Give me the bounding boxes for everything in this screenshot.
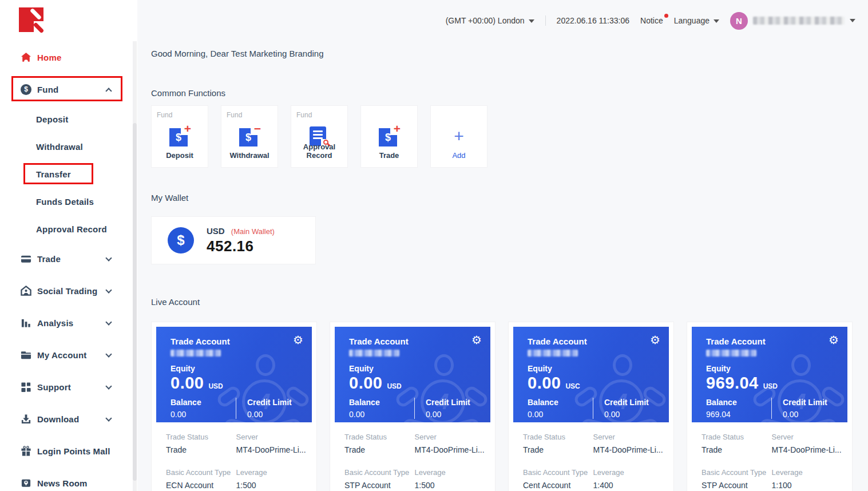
notice-link[interactable]: Notice: [640, 16, 663, 25]
balance-label: Balance: [706, 398, 771, 407]
wallet-currency: USD: [207, 226, 225, 236]
leverage-value: 1:400: [593, 481, 664, 490]
section-title-my-wallet: My Wallet: [151, 193, 868, 203]
plus-icon: +: [454, 128, 464, 145]
equity-currency: USD: [387, 382, 401, 390]
sidebar-item-login-points-mall[interactable]: Login Points Mall: [0, 435, 137, 467]
live-account-row: Trade Account ⚙ Equity 0.00 USD Balance …: [151, 322, 868, 491]
equity-label: Equity: [528, 364, 660, 373]
sidebar-item-my-account[interactable]: My Account: [0, 339, 137, 371]
equity-value: 0.00: [349, 374, 382, 393]
account-type-label: Basic Account Type: [701, 468, 772, 477]
sidebar-item-trade[interactable]: Trade: [0, 243, 137, 275]
sidebar-item-transfer[interactable]: Transfer: [0, 160, 137, 188]
credit-limit-label: Credit Limit: [604, 398, 649, 407]
balance-value: 0.00: [349, 410, 414, 419]
function-card-withdrawal[interactable]: Fund $− Withdrawal: [221, 105, 278, 168]
notice-badge-dot: [664, 14, 668, 18]
trade-status-value: Trade: [701, 445, 772, 454]
account-card-title: Trade Account: [706, 336, 838, 346]
account-card-title: Trade Account: [171, 336, 303, 346]
sidebar-menu: Home $ Fund Deposit Withdrawal Transfer …: [0, 41, 137, 491]
sidebar-item-withdrawal[interactable]: Withdrawal: [0, 133, 137, 160]
datetime-label: 2022.06.16 11:33:06: [557, 16, 629, 25]
leverage-label: Leverage: [772, 468, 842, 477]
function-card-deposit[interactable]: Fund $+ Deposit: [151, 105, 208, 168]
equity-currency: USD: [763, 382, 778, 390]
chevron-down-icon[interactable]: [105, 319, 112, 325]
trade-status-value: Trade: [523, 445, 593, 454]
sidebar-item-label: Fund: [37, 85, 58, 94]
sidebar-item-label: Trade: [37, 254, 61, 264]
sidebar-item-fund[interactable]: $ Fund: [0, 73, 137, 105]
chevron-down-icon[interactable]: [105, 287, 112, 293]
gear-icon[interactable]: ⚙: [293, 334, 303, 346]
server-label: Server: [593, 433, 664, 441]
credit-limit-label: Credit Limit: [783, 398, 827, 407]
chevron-down-icon[interactable]: [105, 351, 112, 357]
account-type-label: Basic Account Type: [344, 468, 415, 477]
leverage-label: Leverage: [236, 468, 307, 477]
trade-account-card: Trade Account ⚙ Equity 969.04 USD Balanc…: [687, 322, 853, 491]
language-selector[interactable]: Language: [674, 16, 719, 25]
sidebar-item-home[interactable]: Home: [0, 41, 137, 73]
balance-label: Balance: [528, 398, 593, 407]
equity-label: Equity: [171, 364, 303, 373]
sidebar-item-support[interactable]: Support: [0, 371, 137, 403]
account-card-details: Trade Status Trade Server MT4-DooPrime-L…: [513, 422, 669, 491]
sidebar-item-analysis[interactable]: Analysis: [0, 307, 137, 339]
sidebar-item-news-room[interactable]: News Room: [0, 467, 137, 491]
gear-icon[interactable]: ⚙: [650, 334, 660, 346]
avatar[interactable]: N: [730, 12, 748, 30]
credit-limit-label: Credit Limit: [247, 398, 292, 407]
wallet-card[interactable]: $ USD (Main Wallet) 452.16: [151, 216, 316, 264]
username-redacted: [753, 17, 845, 25]
function-card-approval-record[interactable]: Fund Approval Record: [291, 105, 348, 168]
sidebar: Home $ Fund Deposit Withdrawal Transfer …: [0, 0, 137, 491]
chevron-up-icon[interactable]: [105, 88, 112, 94]
sidebar-item-deposit[interactable]: Deposit: [0, 105, 137, 133]
balance-value: 969.04: [706, 410, 771, 419]
credit-limit-value: 0.00: [783, 410, 827, 419]
equity-label: Equity: [706, 364, 838, 373]
equity-value: 969.04: [706, 374, 759, 393]
equity-value: 0.00: [171, 374, 204, 393]
function-card-trade[interactable]: $+ Trade: [360, 105, 418, 168]
gear-icon[interactable]: ⚙: [471, 334, 482, 346]
timezone-selector[interactable]: (GMT +00:00) London: [446, 16, 534, 25]
home-icon: [21, 52, 31, 63]
function-card-add[interactable]: + Add: [430, 105, 487, 168]
common-functions-row: Fund $+ Deposit Fund $− Withdrawal Fund …: [151, 105, 868, 168]
balance-label: Balance: [171, 398, 236, 407]
sidebar-scrollbar-thumb[interactable]: [133, 123, 137, 481]
gear-icon[interactable]: ⚙: [829, 334, 839, 346]
chevron-down-icon[interactable]: [105, 415, 112, 421]
sidebar-item-approval-record[interactable]: Approval Record: [0, 215, 137, 243]
account-number-redacted: [706, 350, 756, 357]
sidebar-item-label: Analysis: [37, 318, 73, 328]
doo-prime-logo[interactable]: [19, 7, 43, 32]
timezone-label: (GMT +00:00) London: [446, 16, 525, 25]
sidebar-item-download[interactable]: Download: [0, 403, 137, 435]
bar-chart-icon: [21, 318, 31, 328]
server-value: MT4-DooPrime-Li...: [236, 445, 307, 454]
chevron-down-icon[interactable]: [105, 383, 112, 389]
chevron-down-icon[interactable]: [105, 255, 112, 261]
trade-status-label: Trade Status: [344, 433, 415, 441]
trade-account-card: Trade Account ⚙ Equity 0.00 USD Balance …: [151, 322, 317, 491]
trade-status-value: Trade: [344, 445, 415, 454]
credit-limit-value: 0.00: [247, 410, 292, 419]
server-label: Server: [236, 433, 307, 441]
leverage-label: Leverage: [593, 468, 664, 477]
sidebar-item-funds-details[interactable]: Funds Details: [0, 188, 137, 215]
trade-account-card: Trade Account ⚙ Equity 0.00 USD Balance …: [330, 322, 496, 491]
leverage-value: 1:100: [772, 481, 842, 490]
user-menu[interactable]: N: [730, 12, 855, 30]
greeting-text: Good Morning, Dear Test Marketing Brandi…: [151, 49, 868, 58]
wallet-card-icon: [21, 254, 31, 264]
wallet-balance: 452.16: [207, 237, 275, 255]
wallet-main-tag: (Main Wallet): [231, 227, 275, 236]
balance-label: Balance: [349, 398, 414, 407]
sidebar-item-social-trading[interactable]: Social Trading: [0, 275, 137, 307]
account-type-value: STP Account: [344, 481, 415, 490]
